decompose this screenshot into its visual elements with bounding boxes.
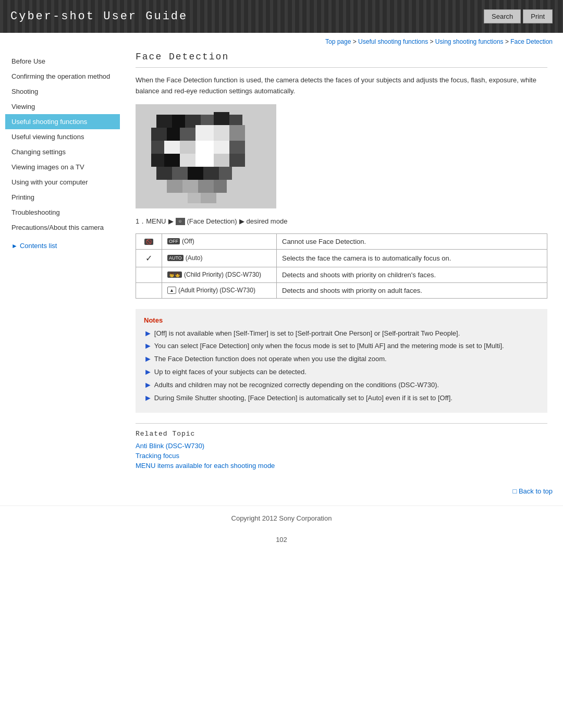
- svg-rect-1: [156, 115, 172, 128]
- breadcrumb-using-shooting[interactable]: Using shooting functions: [435, 38, 504, 45]
- svg-rect-26: [172, 167, 188, 180]
- sidebar-item-viewing[interactable]: Viewing: [5, 99, 120, 114]
- svg-rect-19: [151, 154, 164, 167]
- sidebar-item-useful-viewing[interactable]: Useful viewing functions: [5, 129, 120, 144]
- note-text-5: Adults and children may not be recognize…: [154, 380, 439, 391]
- sidebar-item-shooting[interactable]: Shooting: [5, 84, 120, 99]
- header: Cyber-shot User Guide Search Print: [0, 0, 563, 33]
- breadcrumb-face-detection[interactable]: Face Detection: [510, 38, 553, 45]
- note-bullet: ►: [144, 380, 152, 391]
- table-cell-icon: [136, 267, 162, 282]
- sidebar-item-confirming[interactable]: Confirming the operation method: [5, 69, 120, 84]
- breadcrumb-useful-shooting[interactable]: Useful shooting functions: [358, 38, 428, 45]
- breadcrumb: Top page > Useful shooting functions > U…: [0, 33, 563, 48]
- sidebar-item-computer[interactable]: Using with your computer: [5, 175, 120, 190]
- note-item-6: ► During Smile Shutter shooting, [Face D…: [144, 393, 539, 404]
- table-cell-icon: [136, 282, 162, 298]
- table-cell-label: OFF (Off): [162, 233, 277, 249]
- table-cell-check: ✓: [136, 249, 162, 267]
- note-text-1: [Off] is not available when [Self-Timer]…: [154, 328, 460, 339]
- note-item-2: ► You can select [Face Detection] only w…: [144, 341, 539, 352]
- related-title: Related Topic: [136, 430, 547, 438]
- sidebar-item-before-use[interactable]: Before Use: [5, 54, 120, 69]
- svg-rect-8: [167, 128, 180, 141]
- svg-rect-36: [201, 193, 216, 203]
- header-buttons: Search Print: [484, 9, 553, 23]
- sidebar-item-precautions[interactable]: Precautions/About this camera: [5, 220, 120, 235]
- table-row: 🚫 OFF (Off) Cannot use Face Detection.: [136, 233, 547, 249]
- svg-rect-23: [214, 154, 229, 167]
- note-item-5: ► Adults and children may not be recogni…: [144, 380, 539, 391]
- page-wrapper: Top page > Useful shooting functions > U…: [0, 33, 563, 549]
- page-title: Face Detection: [136, 52, 547, 68]
- step-instruction: 1．MENU ▶ ☺ (Face Detection) ▶ desired mo…: [136, 217, 547, 226]
- main-content: Face Detection When the Face Detection f…: [120, 48, 558, 482]
- step-number: 1．MENU: [136, 217, 166, 226]
- svg-rect-29: [219, 167, 232, 180]
- table-cell-desc: Selects the face the camera is to automa…: [277, 249, 547, 267]
- svg-rect-35: [188, 193, 201, 203]
- note-text-6: During Smile Shutter shooting, [Face Det…: [154, 393, 452, 404]
- note-bullet: ►: [144, 341, 152, 352]
- svg-rect-2: [172, 115, 185, 128]
- off-icon: 🚫: [144, 239, 153, 245]
- sidebar-item-useful-shooting[interactable]: Useful shooting functions: [5, 114, 120, 129]
- svg-rect-22: [195, 154, 214, 167]
- svg-rect-13: [151, 141, 164, 154]
- svg-rect-11: [214, 125, 229, 141]
- table-cell-label: 👦👧 (Child Priority) (DSC-W730): [162, 267, 277, 282]
- svg-rect-33: [214, 180, 227, 193]
- checkmark: ✓: [145, 254, 152, 263]
- back-to-top: □ Back to top: [0, 482, 563, 500]
- svg-rect-25: [156, 167, 172, 180]
- footer: Copyright 2012 Sony Corporation: [0, 505, 563, 530]
- related-section: Related Topic Anti Blink (DSC-W730) Trac…: [136, 423, 547, 470]
- svg-rect-16: [195, 141, 214, 154]
- nav-arrow-1: ▶: [168, 217, 174, 225]
- content-area: Before Use Confirming the operation meth…: [0, 48, 563, 482]
- back-to-top-link[interactable]: □ Back to top: [512, 487, 553, 495]
- search-button[interactable]: Search: [484, 9, 521, 23]
- notes-section: Notes ► [Off] is not available when [Sel…: [136, 309, 547, 413]
- svg-rect-12: [229, 125, 245, 141]
- contents-link-label: Contents list: [20, 242, 57, 250]
- table-cell-desc: Cannot use Face Detection.: [277, 233, 547, 249]
- table-row: ▲ (Adult Priority) (DSC-W730) Detects an…: [136, 282, 547, 298]
- note-bullet: ►: [144, 367, 152, 378]
- related-link-2[interactable]: Tracking focus: [136, 452, 547, 460]
- note-text-3: The Face Detection function does not ope…: [154, 354, 387, 365]
- svg-rect-9: [180, 128, 195, 141]
- table-cell-desc: Detects and shoots with priority on adul…: [277, 282, 547, 298]
- note-bullet: ►: [144, 354, 152, 365]
- svg-rect-5: [214, 112, 229, 125]
- app-title: Cyber-shot User Guide: [10, 10, 188, 23]
- sidebar-item-viewing-tv[interactable]: Viewing images on a TV: [5, 159, 120, 175]
- table-cell-label: AUTO (Auto): [162, 249, 277, 267]
- sidebar: Before Use Confirming the operation meth…: [5, 48, 120, 482]
- table-cell-desc: Detects and shoots with priority on chil…: [277, 267, 547, 282]
- svg-rect-31: [182, 180, 198, 193]
- copyright: Copyright 2012 Sony Corporation: [231, 514, 332, 522]
- svg-rect-34: [172, 193, 188, 203]
- breadcrumb-top[interactable]: Top page: [325, 38, 351, 45]
- svg-rect-32: [198, 180, 214, 193]
- demo-svg: [136, 104, 276, 208]
- svg-rect-7: [151, 128, 167, 141]
- description: When the Face Detection function is used…: [136, 75, 547, 97]
- sidebar-item-printing[interactable]: Printing: [5, 190, 120, 205]
- print-button[interactable]: Print: [523, 9, 553, 23]
- auto-icon: AUTO: [167, 255, 183, 261]
- svg-rect-14: [164, 141, 180, 154]
- sidebar-item-changing-settings[interactable]: Changing settings: [5, 144, 120, 159]
- note-bullet: ►: [144, 393, 152, 404]
- note-text-4: Up to eight faces of your subjects can b…: [154, 367, 307, 378]
- sidebar-item-troubleshooting[interactable]: Troubleshooting: [5, 205, 120, 220]
- child-icon: 👦👧: [167, 272, 182, 278]
- table-row: 👦👧 (Child Priority) (DSC-W730) Detects a…: [136, 267, 547, 282]
- related-link-1[interactable]: Anti Blink (DSC-W730): [136, 442, 547, 450]
- svg-rect-24: [229, 154, 245, 167]
- contents-list-link[interactable]: ► Contents list: [5, 238, 120, 253]
- svg-rect-30: [167, 180, 182, 193]
- table-cell-label: ▲ (Adult Priority) (DSC-W730): [162, 282, 277, 298]
- related-link-3[interactable]: MENU items available for each shooting m…: [136, 462, 547, 470]
